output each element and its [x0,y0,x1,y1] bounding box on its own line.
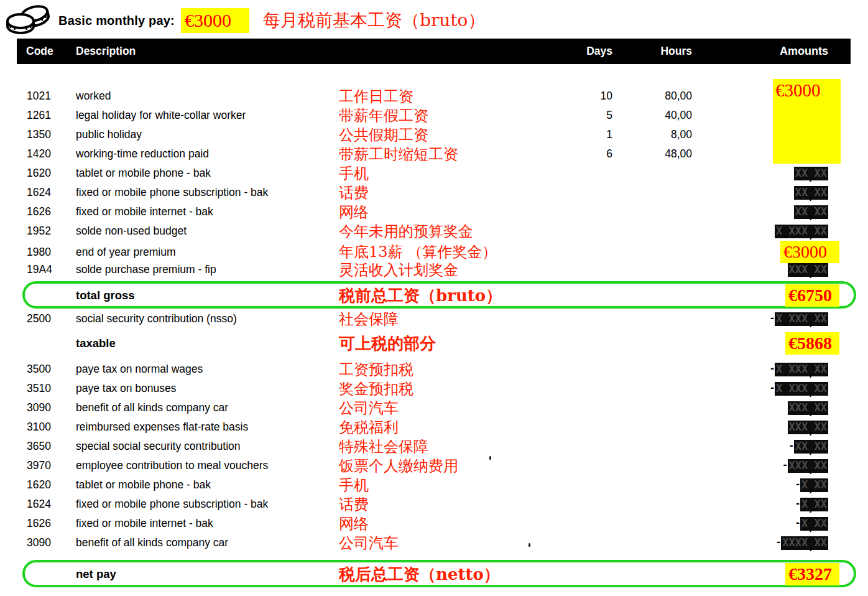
row-description-zh: 税后总工资（netto） [339,566,556,582]
redacted-amount: X.XXX,XX [775,225,828,238]
redacted-separator: , [808,521,814,533]
basic-pay-label-zh: 每月税前基本工资（bruto） [263,9,485,32]
row-amount: -XXXX,XX [692,536,851,550]
row-description: fixed or mobile phone subscription - bak [76,186,339,199]
redacted-amount: X,XX [800,478,828,492]
row-description-zh: 今年未用的预算奖金 [339,224,556,239]
row-code: 3090 [17,536,76,549]
row-description: legal holiday for white-collar worker [76,109,339,122]
minus-sign: - [796,516,800,529]
amount-highlight: €3000 [780,241,839,263]
column-header-days: Days [556,45,612,58]
row-description: tablet or mobile phone - bak [76,167,339,180]
row-code: 1624 [17,498,76,511]
amount-highlight: €3327 [785,563,839,585]
row-days: 10 [556,90,612,103]
amount-highlight: €5868 [785,332,839,355]
coins-icon [5,2,50,39]
row-description: tablet or mobile phone - bak [76,478,339,491]
table-row: 3650special social security contribution… [17,437,851,456]
redacted-amount: X.XXX,XX [775,312,828,326]
redacted-amount: X.XXX,XX [775,382,828,396]
redacted-amount: XXXX,XX [781,536,828,550]
summary-row-net-pay: net pay税后总工资（netto）€3327 [17,563,851,584]
redacted-separator: , [808,444,814,456]
redacted-amount: XX,XX [794,186,828,200]
table-row: 3500paye tax on normal wages工资预扣税-X.XXX,… [17,360,851,379]
row-code: 1350 [17,128,76,141]
redacted-amount: XXX,XX [788,459,829,473]
row-description: public holiday [76,128,339,141]
row-description: fixed or mobile internet - bak [76,205,339,218]
row-days: 6 [556,147,612,161]
row-amount: XX,XX [692,167,851,180]
redacted-separator: , [808,483,814,495]
row-description-zh: 公司汽车 [339,536,556,551]
row-description-zh: 税前总工资（bruto） [339,287,556,304]
minus-sign: - [777,536,780,548]
row-code: 1624 [17,186,76,199]
row-description: total gross [76,289,339,302]
payslip-page: Basic monthly pay: €3000 每月税前基本工资（bruto）… [0,0,868,596]
row-amount: -X,XX [692,478,851,492]
table-row: 19A4solde purchase premium - fip灵活收入计划奖金… [17,260,851,279]
column-header-code: Code [17,45,76,58]
row-description-zh: 灵活收入计划奖金 [339,263,556,277]
redacted-separator: , [808,541,814,552]
redacted-separator: , [808,463,814,475]
redacted-separator: . [782,229,788,241]
redacted-separator: , [808,171,814,183]
basic-pay-label: Basic monthly pay: [58,14,175,28]
table-row: 1952solde non-used budget今年未用的预算奖金X.XXX,… [17,221,851,241]
row-description: solde purchase premium - fip [76,263,339,276]
row-amount: €6750 [692,284,851,307]
redacted-separator: , [808,406,814,417]
redacted-separator: , [808,190,814,202]
row-description-zh: 奖金预扣税 [339,381,556,396]
table-row: 3090benefit of all kinds company car公司汽车… [17,533,851,552]
row-code: 19A4 [17,263,76,276]
summary-row-total-gross: total gross税前总工资（bruto）€6750 [17,284,851,305]
row-description-zh: 网络 [339,205,556,220]
row-description: solde non-used budget [76,225,339,238]
row-amount: -X.XXX,XX [692,312,851,326]
table-row: 2500social security contribution (nsso)社… [17,309,851,328]
row-description-zh: 手机 [339,166,556,181]
table-row: 1420working-time reduction paid带薪工时缩短工资6… [17,144,851,164]
row-code: 1626 [17,205,76,218]
redacted-separator: , [808,268,814,279]
row-description: reimbursed expenses flat-rate basis [76,421,339,434]
row-amount: XXX,XX [692,421,851,434]
redacted-separator: , [808,367,814,379]
row-code: 2500 [17,312,76,325]
row-description-zh: 话费 [339,185,556,200]
redacted-separator: , [808,210,814,221]
minus-sign: - [783,459,787,471]
row-description-zh: 话费 [339,497,556,512]
row-description-zh: 社会保障 [339,312,556,327]
minus-sign: - [796,478,800,490]
table-row: 3970employee contribution to meal vouche… [17,456,851,475]
row-description-zh: 年底13薪 （算作奖金） [339,244,556,259]
table-row: 1620tablet or mobile phone - bak手机-X,XX [17,475,851,495]
row-code: 1620 [17,167,76,180]
table-row: 3090benefit of all kinds company car公司汽车… [17,398,851,417]
redacted-separator: , [808,317,814,328]
row-hours: 40,00 [612,109,692,122]
row-code: 1626 [17,517,76,530]
summary-row-taxable: taxable可上税的部分€5868 [17,332,851,355]
redacted-separator: , [808,229,814,241]
table-row: 3510paye tax on bonuses奖金预扣税-X.XXX,XX [17,379,851,398]
row-description-zh: 公共假期工资 [339,128,556,142]
redacted-separator: . [782,317,788,328]
minus-sign: - [770,362,774,375]
group-amount-highlight: €3000 [773,79,841,164]
row-amount: -XXX,XX [692,459,851,473]
row-description: net pay [76,567,339,581]
row-code: 3090 [17,401,76,414]
row-amount: XX,XX [692,186,851,200]
row-amount: -XX,XX [692,439,851,454]
redacted-amount: XXX,XX [788,401,829,415]
row-amount: XXX,XX [692,263,851,277]
row-hours: 80,00 [612,90,692,103]
